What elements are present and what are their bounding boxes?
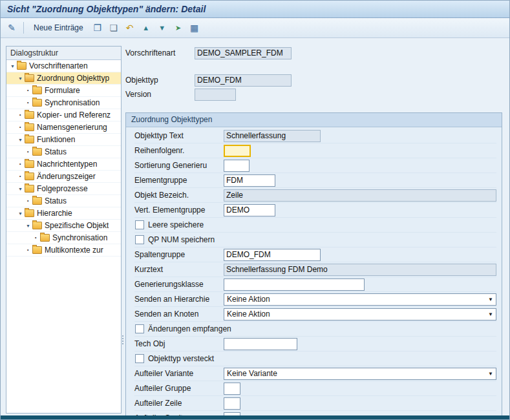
tree-item-multikontexte[interactable]: · Multikontexte zur: [6, 244, 121, 257]
tree-item-hierarchie[interactable]: ▼ Hierarchie: [6, 207, 121, 220]
tree-item-status-funktionen[interactable]: · Status: [6, 146, 121, 158]
field-label: Objekt Bezeich.: [134, 191, 224, 200]
elementgruppe-field[interactable]: [224, 174, 275, 187]
tree-item-synchronisation[interactable]: · Synchronisation: [6, 97, 121, 109]
tree-item-synchronisation-spezifisch[interactable]: · Synchronisation: [6, 232, 121, 244]
tree-item-formulare[interactable]: · Formulare: [6, 85, 121, 97]
undo-button[interactable]: ↶: [123, 21, 137, 35]
tree-item-folgeprozesse[interactable]: ▼ Folgeprozesse: [6, 183, 121, 195]
field-label: Objekttyp Text: [134, 131, 224, 140]
copy-entry-button[interactable]: ❏: [107, 21, 121, 35]
dropdown-value: Keine Aktion: [227, 295, 488, 304]
folder-icon: [32, 246, 42, 254]
tree-item-vorschriftenarten[interactable]: ▼ Vorschriftenarten: [6, 60, 121, 72]
folder-icon: [25, 185, 34, 193]
spaltengruppe-field[interactable]: [224, 249, 321, 261]
checkbox-row-qp-num: QP NUM speichern: [134, 233, 496, 247]
aufteiler-zeile-field[interactable]: [224, 397, 240, 410]
dropdown-value: Keine Aktion: [227, 310, 488, 319]
bullet-icon: ·: [17, 172, 24, 181]
version-field: [195, 89, 236, 101]
field-row-aufteiler-variante: Aufteiler Variante Keine Variante ▼: [134, 366, 496, 381]
field-row-tech-obj: Tech Obj: [134, 337, 496, 352]
field-row-aufteiler-zeile: Aufteiler Zeile: [134, 396, 496, 411]
expand-icon: ▼: [25, 224, 32, 228]
checkbox-row-leere-speichere: Leere speichere: [134, 218, 496, 233]
field-label: Objekttyp: [125, 76, 195, 85]
title-bar: Sicht "Zuordnung Objekttypen" ändern: De…: [1, 1, 509, 18]
senden-an-hierarchie-dropdown[interactable]: Keine Aktion ▼: [224, 293, 496, 306]
tree-item-kopier-und-referenz[interactable]: · Kopier- und Referenz: [6, 109, 121, 121]
folder-icon: [25, 123, 34, 131]
field-row-vorschriftenart: Vorschriftenart: [125, 46, 502, 60]
previous-entry-icon: ▲: [142, 23, 149, 32]
tree-item-funktionen[interactable]: ▼ Funktionen: [6, 134, 121, 146]
objekttyp-text-field: [224, 130, 321, 142]
field-label: Tech Obj: [134, 339, 224, 348]
bullet-icon: ·: [25, 246, 32, 255]
tree-item-nachrichtentypen[interactable]: · Nachrichtentypen: [6, 158, 121, 171]
field-row-senden-hierarchie: Senden an Hierarchie Keine Aktion ▼: [134, 292, 496, 307]
display-change-button[interactable]: ✎: [5, 21, 19, 35]
sap-window: Sicht "Zuordnung Objekttypen" ändern: De…: [0, 0, 510, 420]
objekttyp-versteckt-checkbox[interactable]: [135, 354, 144, 363]
aufteiler-variante-dropdown[interactable]: Keine Variante ▼: [224, 368, 496, 380]
vert-elementgruppe-field[interactable]: [224, 204, 275, 216]
page-title: Sicht "Zuordnung Objekttypen" ändern: De…: [7, 4, 206, 14]
expand-icon: ▼: [17, 76, 24, 81]
field-row-sortierung: Sortierung Generieru: [134, 158, 496, 173]
open-folder-icon: [25, 74, 34, 82]
tree-item-status-folgeprozesse[interactable]: · Status: [6, 195, 121, 207]
bullet-icon: ·: [25, 196, 32, 205]
checkbox-row-versteckt: Objekttyp versteckt: [134, 352, 496, 366]
copy-as-button[interactable]: ❐: [90, 21, 105, 35]
expand-icon: ▼: [17, 211, 24, 216]
tree-item-aenderungszeiger[interactable]: · Änderungszeiger: [6, 171, 121, 183]
tree-panel-title: Dialogstruktur: [6, 47, 121, 60]
toolbar-separator: [23, 22, 24, 34]
field-label: Aufteiler Gruppe: [134, 384, 224, 393]
leere-speichere-checkbox[interactable]: [135, 220, 144, 229]
sortierung-generierung-field[interactable]: [224, 160, 250, 172]
tree-item-label: Multikontexte zur: [45, 246, 103, 255]
aufteiler-gruppe-field[interactable]: [224, 383, 240, 395]
field-row-elementgruppe: Elementgruppe: [134, 173, 496, 188]
folder-icon: [40, 234, 50, 242]
detail-form: Vorschriftenart Objekttyp Version Zuordn…: [125, 46, 502, 415]
field-label: Aufteiler Variante: [134, 369, 224, 378]
bullet-icon: ·: [32, 233, 39, 242]
checkbox-label: Objekttyp versteckt: [148, 354, 214, 363]
folder-icon: [25, 209, 34, 217]
expand-icon: ▼: [17, 187, 24, 191]
senden-an-knoten-dropdown[interactable]: Keine Aktion ▼: [224, 308, 496, 320]
generierungsklasse-field[interactable]: [224, 278, 365, 291]
tree-item-label: Vorschriftenarten: [29, 61, 88, 70]
next-entry-button[interactable]: ▼: [155, 21, 169, 35]
folder-icon: [32, 222, 42, 229]
dropdown-value: Keine Variante: [227, 369, 488, 378]
reihenfolgenr-field[interactable]: [224, 145, 251, 157]
variable-list-button[interactable]: ▦: [187, 21, 202, 35]
field-label: Reihenfolgenr.: [134, 146, 224, 155]
dialog-structure-panel: Dialogstruktur ▼ Vorschriftenarten ▼ Zuo…: [6, 46, 122, 414]
field-row-aufteiler-gruppe: Aufteiler Gruppe: [134, 381, 496, 396]
field-row-objekt-bezeich: Objekt Bezeich.: [134, 188, 496, 203]
tech-obj-field[interactable]: [224, 338, 297, 350]
chevron-down-icon: ▼: [488, 311, 494, 317]
aenderungen-empfangen-checkbox[interactable]: [135, 324, 144, 333]
tree-item-spezifische-objekte[interactable]: ▼ Spezifische Objekt: [6, 220, 121, 232]
tree-item-namensgenerierung[interactable]: · Namensgenerierung: [6, 121, 121, 134]
qp-num-speichern-checkbox[interactable]: [135, 235, 144, 244]
previous-entry-button[interactable]: ▲: [139, 21, 153, 35]
other-entry-button[interactable]: ➤: [171, 21, 186, 35]
display-change-icon: ✎: [8, 23, 16, 32]
field-row-kurztext: Kurztext: [134, 262, 496, 277]
tree-item-zuordnung-objekttypen[interactable]: ▼ Zuordnung Objekttyp: [6, 72, 121, 85]
field-label: Senden an Knoten: [134, 310, 224, 319]
next-entry-icon: ▼: [158, 23, 165, 32]
checkbox-label: QP NUM speichern: [148, 235, 215, 244]
field-label: Aufteiler Zeile: [134, 399, 224, 408]
undo-icon: ↶: [126, 23, 134, 32]
panel-splitter-handle[interactable]: [120, 331, 125, 348]
new-entries-button[interactable]: Neue Einträge: [28, 21, 89, 35]
